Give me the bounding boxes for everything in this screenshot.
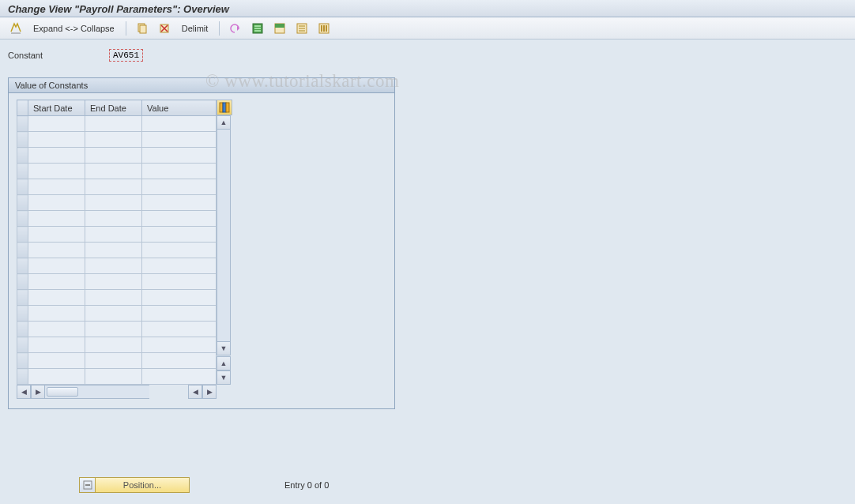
cell-end[interactable]: [85, 164, 142, 179]
copy-icon[interactable]: [133, 21, 152, 36]
cell-value[interactable]: [142, 116, 217, 132]
table-row[interactable]: [17, 148, 217, 164]
table-row[interactable]: [17, 179, 217, 195]
cell-end[interactable]: [85, 132, 142, 148]
cell-start[interactable]: [28, 258, 85, 274]
cell-value[interactable]: [142, 258, 217, 274]
row-selector[interactable]: [17, 195, 28, 211]
expand-collapse-button[interactable]: Expand <-> Collapse: [28, 24, 119, 33]
table-row[interactable]: [17, 132, 217, 148]
table-row[interactable]: [17, 290, 217, 306]
cell-start[interactable]: [28, 116, 85, 132]
table-row[interactable]: [17, 164, 217, 179]
scroll-left-end-icon[interactable]: ◀: [188, 385, 202, 399]
col-header-value[interactable]: Value: [142, 100, 217, 116]
scroll-down-icon[interactable]: ▼: [217, 341, 231, 355]
delimit-button[interactable]: Delimit: [177, 24, 213, 33]
cell-end[interactable]: [85, 369, 142, 385]
cell-value[interactable]: [142, 243, 217, 258]
table-row[interactable]: [17, 306, 217, 322]
table-row[interactable]: [17, 322, 217, 337]
table-row[interactable]: [17, 227, 217, 243]
cell-start[interactable]: [28, 211, 85, 227]
cell-start[interactable]: [28, 290, 85, 306]
row-selector[interactable]: [17, 369, 28, 385]
table-row[interactable]: [17, 258, 217, 274]
table-row[interactable]: [17, 195, 217, 211]
table-row[interactable]: [17, 116, 217, 132]
cell-end[interactable]: [85, 227, 142, 243]
table-settings-icon[interactable]: [315, 21, 333, 36]
col-header-start[interactable]: Start Date: [28, 100, 85, 116]
cell-end[interactable]: [85, 211, 142, 227]
table-config-icon[interactable]: [217, 100, 232, 115]
col-header-end[interactable]: End Date: [85, 100, 142, 116]
hscroll-track[interactable]: [45, 385, 149, 399]
row-selector[interactable]: [17, 211, 28, 227]
scroll-up-icon[interactable]: ▲: [217, 115, 231, 130]
table-row[interactable]: [17, 274, 217, 290]
constants-table[interactable]: Start Date End Date Value: [17, 100, 217, 385]
cell-end[interactable]: [85, 195, 142, 211]
cell-value[interactable]: [142, 306, 217, 322]
undo-icon[interactable]: [226, 21, 245, 36]
row-selector[interactable]: [17, 132, 28, 148]
cell-end[interactable]: [85, 179, 142, 195]
cell-end[interactable]: [85, 116, 142, 132]
cell-value[interactable]: [142, 195, 217, 211]
scroll-right-icon[interactable]: ▶: [202, 385, 217, 399]
row-selector[interactable]: [17, 243, 28, 258]
cell-value[interactable]: [142, 274, 217, 290]
cell-value[interactable]: [142, 164, 217, 179]
row-selector[interactable]: [17, 322, 28, 337]
row-selector[interactable]: [17, 337, 28, 353]
cell-start[interactable]: [28, 164, 85, 179]
cell-value[interactable]: [142, 179, 217, 195]
cell-value[interactable]: [142, 227, 217, 243]
cell-start[interactable]: [28, 179, 85, 195]
cell-start[interactable]: [28, 243, 85, 258]
table-row[interactable]: [17, 337, 217, 353]
cell-start[interactable]: [28, 353, 85, 369]
cell-start[interactable]: [28, 337, 85, 353]
select-all-header[interactable]: [17, 100, 28, 116]
scroll-right-step-icon[interactable]: ▶: [31, 385, 45, 399]
table-row[interactable]: [17, 353, 217, 369]
position-button[interactable]: Position...: [79, 477, 190, 493]
toggle-display-icon[interactable]: [6, 21, 25, 36]
cell-end[interactable]: [85, 337, 142, 353]
cell-value[interactable]: [142, 322, 217, 337]
row-selector[interactable]: [17, 164, 28, 179]
row-selector[interactable]: [17, 306, 28, 322]
cell-start[interactable]: [28, 274, 85, 290]
cell-start[interactable]: [28, 369, 85, 385]
cell-value[interactable]: [142, 353, 217, 369]
table-row[interactable]: [17, 369, 217, 385]
row-selector[interactable]: [17, 290, 28, 306]
select-all-icon[interactable]: [248, 21, 267, 36]
select-block-icon[interactable]: [270, 21, 289, 36]
delete-icon[interactable]: [155, 21, 174, 36]
cell-value[interactable]: [142, 337, 217, 353]
cell-end[interactable]: [85, 290, 142, 306]
cell-end[interactable]: [85, 258, 142, 274]
cell-value[interactable]: [142, 148, 217, 164]
cell-start[interactable]: [28, 227, 85, 243]
cell-start[interactable]: [28, 306, 85, 322]
cell-end[interactable]: [85, 322, 142, 337]
constant-value[interactable]: AV651: [109, 49, 143, 62]
cell-start[interactable]: [28, 148, 85, 164]
cell-end[interactable]: [85, 353, 142, 369]
table-row[interactable]: [17, 243, 217, 258]
scroll-left-icon[interactable]: ◀: [17, 385, 31, 399]
cell-value[interactable]: [142, 369, 217, 385]
row-selector[interactable]: [17, 353, 28, 369]
row-selector[interactable]: [17, 227, 28, 243]
row-selector[interactable]: [17, 274, 28, 290]
row-selector[interactable]: [17, 148, 28, 164]
vscroll-track[interactable]: [217, 130, 231, 341]
row-selector[interactable]: [17, 179, 28, 195]
cell-end[interactable]: [85, 243, 142, 258]
cell-end[interactable]: [85, 148, 142, 164]
scroll-up-2-icon[interactable]: ▲: [217, 356, 231, 370]
